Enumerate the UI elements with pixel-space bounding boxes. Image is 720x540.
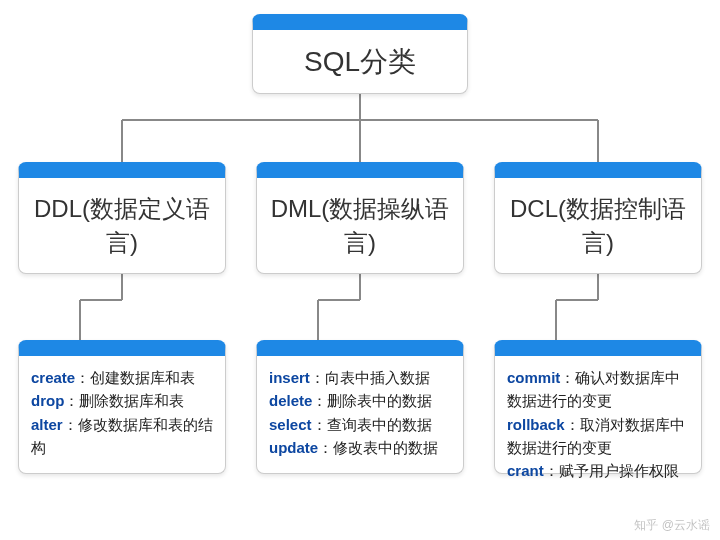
root-label: SQL分类 — [304, 43, 416, 81]
command-row: rollback：取消对数据库中数据进行的变更 — [507, 413, 689, 460]
command-keyword: create — [31, 369, 75, 386]
command-keyword: drop — [31, 392, 64, 409]
command-row: alter：修改数据库和表的结构 — [31, 413, 213, 460]
command-desc: 修改表中的数据 — [333, 439, 438, 456]
sep: ： — [63, 416, 78, 433]
command-keyword: update — [269, 439, 318, 456]
command-row: drop：删除数据库和表 — [31, 389, 213, 412]
command-keyword: crant — [507, 462, 544, 479]
category-node-dml: DML(数据操纵语言) — [256, 162, 464, 274]
command-row: crant：赋予用户操作权限 — [507, 459, 689, 482]
root-node: SQL分类 — [252, 14, 468, 94]
commands-node-ddl: create：创建数据库和表 drop：删除数据库和表 alter：修改数据库和… — [18, 340, 226, 474]
command-keyword: delete — [269, 392, 312, 409]
command-row: insert：向表中插入数据 — [269, 366, 451, 389]
sep: ： — [544, 462, 559, 479]
sep: ： — [75, 369, 90, 386]
command-row: delete：删除表中的数据 — [269, 389, 451, 412]
commands-node-dml: insert：向表中插入数据 delete：删除表中的数据 select：查询表… — [256, 340, 464, 474]
sep: ： — [318, 439, 333, 456]
category-node-ddl: DDL(数据定义语言) — [18, 162, 226, 274]
sql-classification-diagram: SQL分类 DDL(数据定义语言) DML(数据操纵语言) DCL(数据控制语言… — [0, 0, 720, 540]
command-desc: 赋予用户操作权限 — [559, 462, 679, 479]
command-desc: 向表中插入数据 — [325, 369, 430, 386]
sep: ： — [312, 392, 327, 409]
category-label: DCL(数据控制语言) — [507, 192, 689, 259]
command-keyword: alter — [31, 416, 63, 433]
command-keyword: insert — [269, 369, 310, 386]
commands-node-dcl: commit：确认对数据库中数据进行的变更 rollback：取消对数据库中数据… — [494, 340, 702, 474]
command-desc: 查询表中的数据 — [327, 416, 432, 433]
command-row: update：修改表中的数据 — [269, 436, 451, 459]
sep: ： — [560, 369, 575, 386]
category-label: DDL(数据定义语言) — [31, 192, 213, 259]
sep: ： — [310, 369, 325, 386]
command-desc: 创建数据库和表 — [90, 369, 195, 386]
category-node-dcl: DCL(数据控制语言) — [494, 162, 702, 274]
category-label: DML(数据操纵语言) — [269, 192, 451, 259]
command-desc: 删除表中的数据 — [327, 392, 432, 409]
command-row: select：查询表中的数据 — [269, 413, 451, 436]
sep: ： — [64, 392, 79, 409]
sep: ： — [312, 416, 327, 433]
command-desc: 删除数据库和表 — [79, 392, 184, 409]
command-row: create：创建数据库和表 — [31, 366, 213, 389]
command-keyword: select — [269, 416, 312, 433]
command-row: commit：确认对数据库中数据进行的变更 — [507, 366, 689, 413]
watermark-text: 知乎 @云水谣 — [634, 517, 710, 534]
sep: ： — [565, 416, 580, 433]
command-keyword: rollback — [507, 416, 565, 433]
command-keyword: commit — [507, 369, 560, 386]
